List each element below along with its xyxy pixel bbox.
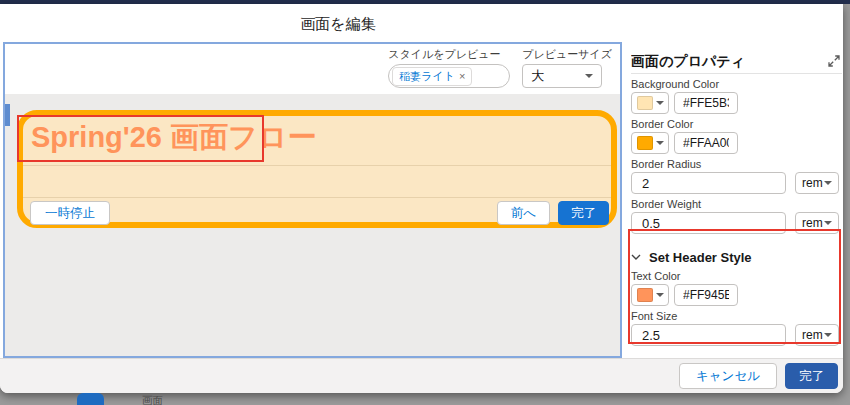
border-radius-label: Border Radius [631,158,842,170]
border-weight-unit-select[interactable]: rem [795,212,839,234]
chevron-down-icon [656,293,664,297]
preview-size-control: プレビューサイズ 大 [522,48,612,88]
text-color-label: Text Color [631,270,842,282]
style-preview-control: スタイルをプレビュー 稲妻ライト × [388,48,510,88]
preview-toolbar: スタイルをプレビュー 稲妻ライト × プレビューサイズ 大 [5,44,620,94]
screen-preview-panel: スタイルをプレビュー 稲妻ライト × プレビューサイズ 大 [3,42,622,358]
font-size-input[interactable] [631,324,786,346]
text-color-input[interactable] [674,284,738,306]
border-color-input[interactable] [674,132,738,154]
border-color-label: Border Color [631,118,842,130]
finish-button[interactable]: 完了 [558,201,609,225]
style-preview-label: スタイルをプレビュー [388,48,510,61]
preview-size-value: 大 [531,67,544,85]
border-weight-field: Border Weight rem [631,198,842,234]
chevron-down-icon [631,254,641,260]
screen-properties-panel: 画面のプロパティ Background Color Border Color [631,46,842,362]
done-button[interactable]: 完了 [785,363,838,389]
text-color-swatch-button[interactable] [631,284,669,306]
chevron-down-icon [824,221,832,225]
font-size-label: Font Size [631,310,842,322]
flow-screen-element-label: 画面 [142,394,163,405]
screen-header-divider [23,165,611,166]
border-color-field: Border Color [631,118,842,154]
chevron-down-icon [824,333,832,337]
font-size-field: Font Size rem [631,310,842,346]
font-size-unit-value: rem [802,328,823,342]
pause-button[interactable]: 一時停止 [30,201,110,225]
preview-size-label: プレビューサイズ [522,48,612,61]
border-radius-unit-select[interactable]: rem [795,172,839,194]
modal-title: 画面を編集 [300,15,375,34]
chevron-down-icon [824,181,832,185]
flow-screen-element-icon[interactable] [77,393,104,405]
font-size-unit-select[interactable]: rem [795,324,839,346]
border-weight-label: Border Weight [631,198,842,210]
text-color-field: Text Color [631,270,842,306]
expand-panel-icon[interactable] [828,53,840,71]
preview-size-select[interactable]: 大 [522,64,602,88]
screen-footer-buttons: 前へ 完了 [497,201,609,225]
style-chip[interactable]: 稲妻ライト × [392,67,472,86]
chevron-down-icon [585,74,593,78]
remove-chip-icon[interactable]: × [459,71,465,82]
border-weight-input[interactable] [631,212,786,234]
border-weight-unit-value: rem [802,216,823,230]
chevron-down-icon [656,101,664,105]
properties-header: 画面のプロパティ [631,46,842,74]
screen-footer-divider [23,197,611,198]
left-edge-selection-indicator [5,104,10,126]
screen-heading: Spring'26 画面フロー [31,119,611,155]
background-color-label: Background Color [631,78,842,90]
flow-screen-preview: Spring'26 画面フロー 一時停止 前へ 完了 [17,110,617,228]
background-color-swatch-button[interactable] [631,92,669,114]
page: 画面を編集 スタイルをプレビュー 稲妻ライト × プレビューサイズ 大 [0,0,850,405]
properties-title: 画面のプロパティ [631,53,745,71]
border-radius-input[interactable] [631,172,786,194]
previous-button[interactable]: 前へ [497,201,550,225]
set-header-style-section[interactable]: Set Header Style [631,248,842,266]
border-radius-field: Border Radius rem [631,158,842,194]
cancel-button[interactable]: キャンセル [679,363,777,389]
border-radius-unit-value: rem [802,176,823,190]
background-color-input[interactable] [674,92,738,114]
style-chip-label: 稲妻ライト [399,69,455,84]
set-header-style-title: Set Header Style [649,250,752,265]
edit-screen-modal: 画面を編集 スタイルをプレビュー 稲妻ライト × プレビューサイズ 大 [0,4,843,393]
background-color-field: Background Color [631,78,842,114]
style-preview-input[interactable]: 稲妻ライト × [388,64,510,88]
chevron-down-icon [656,141,664,145]
background-color-swatch [637,96,653,110]
border-color-swatch [637,136,653,150]
modal-footer: キャンセル 完了 [0,358,843,393]
border-color-swatch-button[interactable] [631,132,669,154]
text-color-swatch [637,288,653,302]
